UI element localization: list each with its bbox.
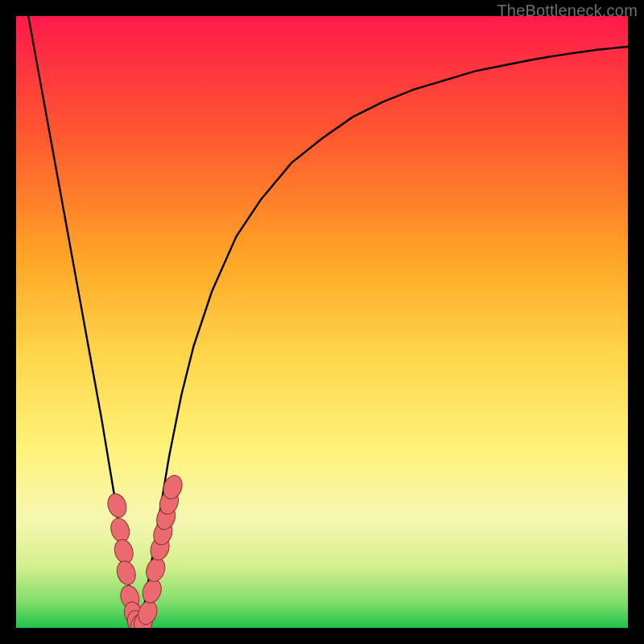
plot-area [16,16,628,628]
chart-frame: TheBottleneck.com [0,0,644,644]
chart-svg [16,16,628,628]
gradient-background [16,16,628,628]
